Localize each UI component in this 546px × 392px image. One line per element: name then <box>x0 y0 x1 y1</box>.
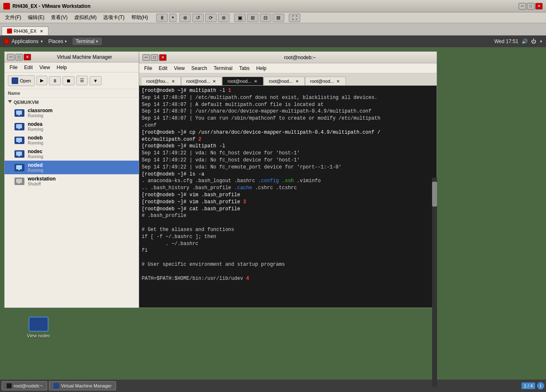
minimize-button[interactable]: ─ <box>519 3 526 10</box>
vmm-window-controls: ─ □ ✕ <box>7 54 31 60</box>
power-icon[interactable]: ⏻ <box>531 38 536 44</box>
toolbar-btn2[interactable]: ↺ <box>192 14 204 22</box>
vmm-menu-view[interactable]: View <box>36 64 53 71</box>
toolbar-btn4[interactable]: ⊛ <box>218 14 230 22</box>
vm-item-classroom[interactable]: classroom Running <box>5 106 140 120</box>
svg-rect-10 <box>16 179 22 183</box>
close-button[interactable]: ✕ <box>535 3 543 10</box>
terminal-tab-4[interactable]: root@nod... ✕ <box>305 77 346 85</box>
tab-close-0[interactable]: ✕ <box>171 79 176 84</box>
menu-tabs[interactable]: 选项卡(T) <box>100 13 128 22</box>
svg-rect-6 <box>16 152 22 156</box>
vm-item-nodea[interactable]: nodea Running <box>5 120 140 133</box>
fedora-icon <box>3 38 10 45</box>
term-menu-view[interactable]: View <box>171 65 188 72</box>
vm-group-header[interactable]: QEMU/KVM <box>5 99 140 106</box>
terminal-tab-3[interactable]: root@nod... ✕ <box>263 77 305 85</box>
menu-edit[interactable]: 编辑(E) <box>24 13 48 22</box>
vmm-minimize[interactable]: ─ <box>7 54 14 60</box>
settings-arrow[interactable]: ▼ <box>539 40 543 43</box>
vmm-window: ─ □ ✕ Virtual Machine Manager File Edit … <box>4 51 141 308</box>
vm-status-nodeb: Running <box>28 141 43 145</box>
vmm-more-btn[interactable]: ▼ <box>89 76 101 85</box>
terminal-taskbar-icon <box>6 383 12 389</box>
menu-file[interactable]: 文件(F) <box>2 13 24 22</box>
tab-close-1[interactable]: ✕ <box>212 79 217 84</box>
taskbar-terminal-btn[interactable]: root@nodeb:~ <box>2 381 47 390</box>
term-line-23: fi <box>142 247 434 254</box>
vm-item-workstation[interactable]: workstation Shutoff <box>5 174 140 188</box>
terminal-content-area[interactable]: [root@nodeb ~]# multipath -l 1 Sep 14 17… <box>139 86 437 308</box>
term-line-1: Sep 14 17:48:07 | /etc/multipath.conf do… <box>142 94 434 101</box>
vmm-maximize[interactable]: □ <box>15 54 23 60</box>
vm-tab-icon <box>7 29 12 34</box>
vmm-toolbar: Open ▶ ⏸ ⏹ ☰ ▼ <box>5 72 140 89</box>
toolbar-view1[interactable]: ▣ <box>234 14 246 22</box>
volume-icon[interactable]: 🔊 <box>522 38 528 44</box>
terminal-scrollbar-thumb[interactable] <box>432 182 437 207</box>
term-line-7: etc/multipath.conf 2 <box>142 136 434 143</box>
term-menu-terminal[interactable]: Terminal <box>210 65 236 72</box>
toolbar-view4[interactable]: ⊠ <box>273 14 284 22</box>
taskbar-vmm-btn[interactable]: Virtual Machine Manager <box>49 381 116 390</box>
terminal-maximize[interactable]: □ <box>151 54 158 61</box>
page-indicator: 1 / 4 <box>522 382 535 389</box>
menu-view[interactable]: 查看(V) <box>48 13 71 22</box>
toolbar-view3[interactable]: ⊟ <box>260 14 271 22</box>
maximize-button[interactable]: □ <box>527 3 534 10</box>
term-menu-search[interactable]: Search <box>188 65 210 72</box>
svg-rect-0 <box>16 111 22 115</box>
term-menu-tabs[interactable]: Tabs <box>236 65 253 72</box>
menu-help[interactable]: 帮助(H) <box>128 13 152 22</box>
desktop-icon-label: View nodec <box>27 333 51 338</box>
desktop-icon-viewnodec[interactable]: View nodec <box>27 317 51 338</box>
vmm-stop-btn[interactable]: ⏹ <box>63 76 75 85</box>
svg-rect-5 <box>18 142 20 143</box>
term-menu-edit[interactable]: Edit <box>155 65 171 72</box>
toolbar-fullscreen[interactable]: ⛶ <box>289 14 300 22</box>
vmm-menu-file[interactable]: File <box>6 64 21 71</box>
vm-monitor-icon-nodeb <box>14 137 24 144</box>
vm-item-nodeb[interactable]: nodeb Running <box>5 133 140 147</box>
vm-info-workstation: workstation Shutoff <box>28 176 56 186</box>
svg-rect-9 <box>18 169 20 170</box>
toolbar-view2[interactable]: ⊞ <box>247 14 259 22</box>
toolbar-btn1[interactable]: ⊕ <box>179 14 191 22</box>
gnome-right-area: Wed 17:51 🔊 ⏻ ▼ <box>494 38 543 44</box>
tab-close-4[interactable]: ✕ <box>336 79 341 84</box>
terminal-menu[interactable]: Terminal ▼ <box>72 38 102 45</box>
vmm-close[interactable]: ✕ <box>24 54 31 60</box>
vm-tab-close[interactable]: ✕ <box>40 29 43 34</box>
vm-item-nodec[interactable]: nodec Running <box>5 147 140 161</box>
vmm-menu-help[interactable]: Help <box>53 64 70 71</box>
svg-rect-4 <box>16 138 22 142</box>
terminal-tab-2[interactable]: root@nod... ✕ <box>222 77 263 85</box>
terminal-tab-0[interactable]: root@fou... ✕ <box>141 77 181 85</box>
term-menu-file[interactable]: File <box>141 65 155 72</box>
terminal-minimize[interactable]: ─ <box>143 54 150 61</box>
toolbar-pause[interactable]: ⏸ <box>156 14 168 22</box>
term-line-17: [root@nodeb ~]# cat .bash_profile <box>142 206 434 213</box>
terminal-arrow: ▼ <box>95 40 99 43</box>
term-menu-help[interactable]: Help <box>253 65 270 72</box>
vmm-details-btn[interactable]: ☰ <box>76 76 88 85</box>
vm-tab-rh436[interactable]: RH436_EX ✕ <box>2 26 48 35</box>
monitor-icon <box>12 77 18 84</box>
tab-close-3[interactable]: ✕ <box>295 79 300 84</box>
vm-monitor-icon-nodea <box>14 123 24 130</box>
menu-vm[interactable]: 虚拟机(M) <box>71 13 100 22</box>
vmm-play-btn[interactable]: ▶ <box>36 76 47 85</box>
vmm-pause-btn[interactable]: ⏸ <box>49 76 61 85</box>
places-menu[interactable]: Places ▼ <box>48 38 68 44</box>
terminal-close[interactable]: ✕ <box>159 54 167 61</box>
vmm-menu-edit[interactable]: Edit <box>21 64 36 71</box>
vm-item-noded[interactable]: noded Running <box>5 161 140 174</box>
applications-menu[interactable]: Applications ▼ <box>3 38 43 45</box>
vmm-open-btn[interactable]: Open <box>8 75 35 86</box>
places-arrow: ▼ <box>64 40 68 43</box>
toolbar-dropdown[interactable]: ▼ <box>169 14 176 22</box>
info-icon[interactable]: i <box>537 382 544 390</box>
toolbar-btn3[interactable]: ⟳ <box>205 14 217 22</box>
terminal-tab-1[interactable]: root@nod... ✕ <box>181 77 222 85</box>
tab-close-2[interactable]: ✕ <box>253 79 258 84</box>
